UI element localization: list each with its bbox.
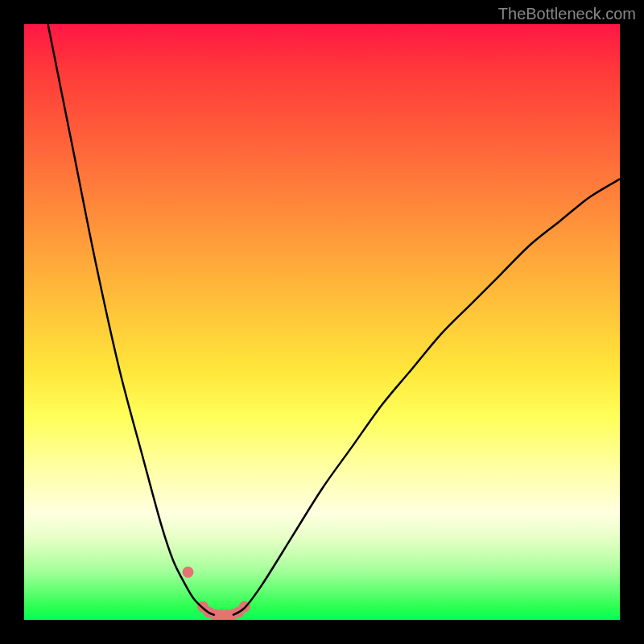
right-curve <box>233 179 620 615</box>
chart-container: TheBottleneck.com <box>0 0 644 644</box>
valley-dot <box>183 567 194 578</box>
watermark-text: TheBottleneck.com <box>498 5 636 23</box>
left-curve <box>48 24 215 615</box>
plot-area <box>24 24 620 620</box>
chart-svg <box>24 24 620 620</box>
